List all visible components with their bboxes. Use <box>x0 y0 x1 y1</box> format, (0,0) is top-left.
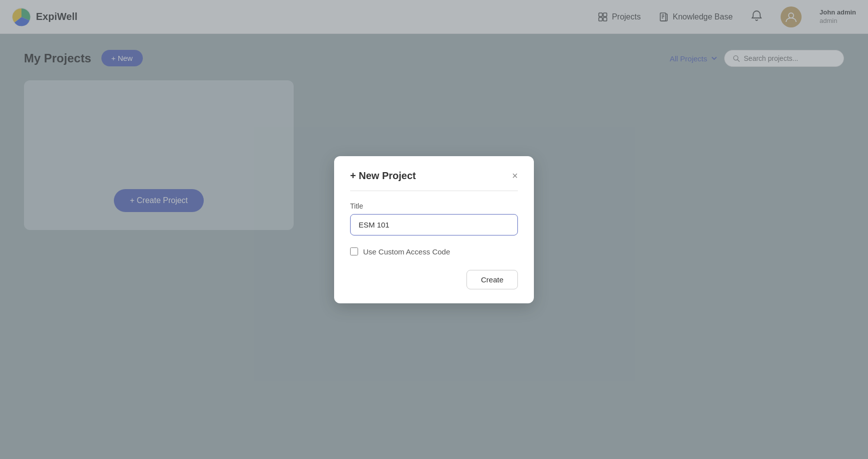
new-project-modal: + New Project × Title Use Custom Access … <box>334 156 534 303</box>
title-input[interactable] <box>350 214 518 235</box>
custom-access-label: Use Custom Access Code <box>363 247 450 256</box>
modal-divider <box>350 191 518 191</box>
title-field-label: Title <box>350 202 518 210</box>
modal-title: + New Project <box>350 170 416 182</box>
modal-overlay[interactable]: + New Project × Title Use Custom Access … <box>0 0 868 459</box>
modal-close-button[interactable]: × <box>512 171 518 181</box>
custom-access-checkbox[interactable] <box>350 247 358 255</box>
custom-access-row: Use Custom Access Code <box>350 247 518 256</box>
modal-header: + New Project × <box>350 170 518 182</box>
modal-footer: Create <box>350 270 518 289</box>
create-button[interactable]: Create <box>466 270 518 289</box>
